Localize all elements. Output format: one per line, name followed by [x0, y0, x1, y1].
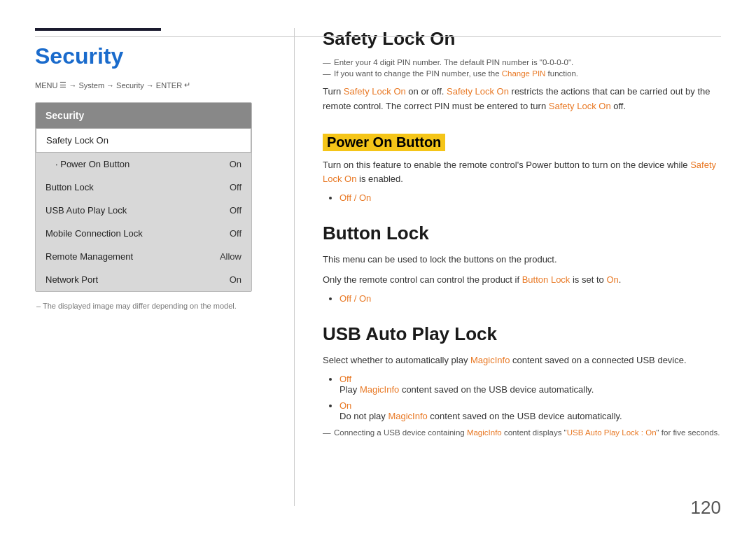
- magicinfo-link3: MagicInfo: [388, 411, 427, 421]
- breadcrumb-security: Security: [116, 81, 144, 90]
- right-panel: Safety Lock On Enter your 4 digit PIN nu…: [316, 28, 721, 506]
- safety-lock-link1: Safety Lock On: [344, 86, 406, 97]
- breadcrumb-sep1: →: [69, 81, 76, 90]
- usb-bullets: Off Play MagicInfo content saved on the …: [340, 374, 721, 421]
- magicinfo-link2: MagicInfo: [360, 384, 399, 395]
- page-number: 120: [691, 497, 721, 519]
- section-title-safety-lock-on: Safety Lock On: [323, 28, 721, 50]
- nav-item-usb-auto-play-lock[interactable]: USB Auto Play Lock Off: [36, 199, 251, 222]
- breadcrumb-enter-icon: ↵: [184, 80, 190, 90]
- safety-lock-on-link: Safety Lock On: [323, 160, 716, 185]
- button-lock-body1: This menu can be used to lock the button…: [323, 253, 721, 267]
- nav-item-button-lock[interactable]: Button Lock Off: [36, 176, 251, 199]
- nav-menu-title: Security: [36, 103, 251, 128]
- button-lock-bullets: Off / On: [340, 293, 721, 304]
- section-title-usb-auto-play-lock: USB Auto Play Lock: [323, 323, 721, 345]
- button-lock-link: Button Lock: [522, 274, 570, 285]
- button-lock-body2: Only the remote control can control the …: [323, 273, 721, 288]
- page-title: Security: [35, 43, 252, 69]
- section-button-lock: Button Lock This menu can be used to loc…: [323, 223, 721, 304]
- power-on-button-bullets: Off / On: [340, 192, 721, 203]
- usb-bullet-off: Off Play MagicInfo content saved on the …: [340, 374, 721, 395]
- safety-lock-link2: Safety Lock On: [447, 86, 509, 97]
- top-accent-bar: [35, 28, 161, 31]
- nav-item-label: USB Auto Play Lock: [46, 205, 127, 216]
- usb-auto-play-lock-on-label: USB Auto Play Lock : On: [567, 428, 657, 437]
- nav-item-label: Remote Management: [46, 251, 133, 262]
- nav-item-value: Allow: [220, 251, 241, 262]
- breadcrumb-sep3: →: [146, 81, 154, 90]
- on-link: On: [606, 274, 618, 285]
- breadcrumb: MENU ☰ → System → Security → ENTER ↵: [35, 80, 252, 90]
- left-panel: Security MENU ☰ → System → Security → EN…: [35, 28, 273, 506]
- nav-item-label: Network Port: [46, 274, 98, 285]
- safety-lock-link3: Safety Lock On: [549, 101, 611, 111]
- section-title-power-on-button: Power On Button: [323, 134, 445, 151]
- breadcrumb-menu-icon: ☰: [59, 80, 66, 90]
- nav-item-label: Safety Lock On: [46, 135, 108, 146]
- on-desc: Do not play MagicInfo content saved on t…: [340, 411, 622, 421]
- usb-body1: Select whether to automatically play Mag…: [323, 353, 721, 368]
- section-safety-lock-on: Safety Lock On Enter your 4 digit PIN nu…: [323, 28, 721, 114]
- usb-bullet-on: On Do not play MagicInfo content saved o…: [340, 400, 721, 421]
- navigation-menu: Security Safety Lock On · Power On Butto…: [35, 102, 252, 292]
- top-divider-line: [35, 36, 721, 37]
- nav-item-value: Off: [230, 228, 241, 239]
- safety-lock-note1: Enter your 4 digit PIN number. The defau…: [323, 58, 721, 66]
- section-usb-auto-play-lock: USB Auto Play Lock Select whether to aut…: [323, 323, 721, 437]
- bullet-off-on: Off / On: [340, 192, 721, 203]
- breadcrumb-system: System: [78, 81, 104, 90]
- safety-lock-note2: If you want to change the PIN number, us…: [323, 69, 721, 78]
- magicinfo-link1: MagicInfo: [470, 355, 510, 365]
- bullet-off-on-button-lock: Off / On: [340, 293, 721, 304]
- nav-item-network-port[interactable]: Network Port On: [36, 268, 251, 291]
- nav-item-label: · Power On Button: [55, 159, 130, 169]
- nav-item-value: On: [230, 274, 241, 285]
- on-label: On: [340, 400, 351, 411]
- nav-item-label: Button Lock: [46, 182, 94, 192]
- magicinfo-link4: MagicInfo: [467, 428, 502, 437]
- left-panel-note: – The displayed image may differ dependi…: [35, 302, 252, 310]
- breadcrumb-enter: ENTER: [156, 81, 182, 90]
- usb-note: Connecting a USB device containing Magic…: [323, 428, 721, 437]
- off-desc: Play MagicInfo content saved on the USB …: [340, 384, 594, 395]
- section-power-on-button: Power On Button Turn on this feature to …: [323, 134, 721, 204]
- panel-divider: [294, 28, 295, 506]
- nav-item-safety-lock-on[interactable]: Safety Lock On: [36, 128, 251, 153]
- nav-item-value: On: [230, 159, 241, 169]
- nav-item-mobile-connection-lock[interactable]: Mobile Connection Lock Off: [36, 222, 251, 245]
- nav-item-power-on-button[interactable]: · Power On Button On: [36, 153, 251, 176]
- change-pin-link: Change PIN: [502, 69, 546, 78]
- nav-item-remote-management[interactable]: Remote Management Allow: [36, 245, 251, 268]
- safety-lock-body: Turn Safety Lock On on or off. Safety Lo…: [323, 85, 721, 114]
- breadcrumb-menu-label: MENU: [35, 81, 57, 90]
- nav-item-value: Off: [230, 182, 241, 192]
- section-title-button-lock: Button Lock: [323, 223, 721, 244]
- breadcrumb-sep2: →: [106, 81, 114, 90]
- nav-item-value: Off: [230, 205, 241, 216]
- power-on-button-body: Turn on this feature to enable the remot…: [323, 158, 721, 188]
- off-label: Off: [340, 374, 351, 384]
- nav-item-label: Mobile Connection Lock: [46, 228, 143, 239]
